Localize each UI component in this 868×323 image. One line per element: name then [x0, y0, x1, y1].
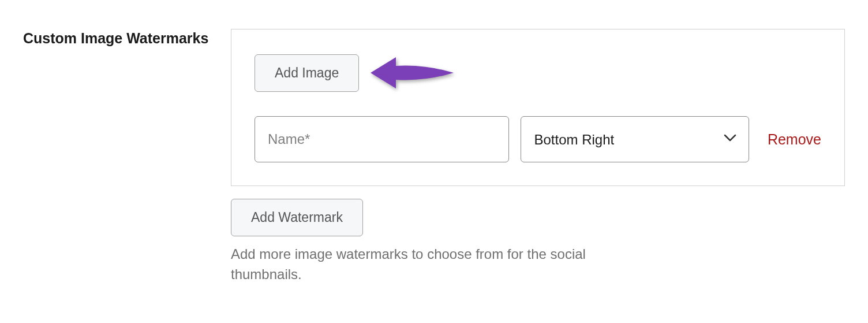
add-watermark-button[interactable]: Add Watermark: [231, 199, 363, 236]
add-image-button[interactable]: Add Image: [255, 54, 359, 92]
watermark-name-input[interactable]: [255, 116, 509, 162]
watermark-entry: Add Image Bottom Right: [231, 29, 845, 186]
arrow-left-icon: [367, 53, 459, 93]
remove-watermark-link[interactable]: Remove: [768, 131, 821, 148]
watermark-position-select[interactable]: Bottom Right: [521, 116, 749, 162]
section-label: Custom Image Watermarks: [23, 29, 219, 49]
help-text: Add more image watermarks to choose from…: [231, 244, 623, 285]
